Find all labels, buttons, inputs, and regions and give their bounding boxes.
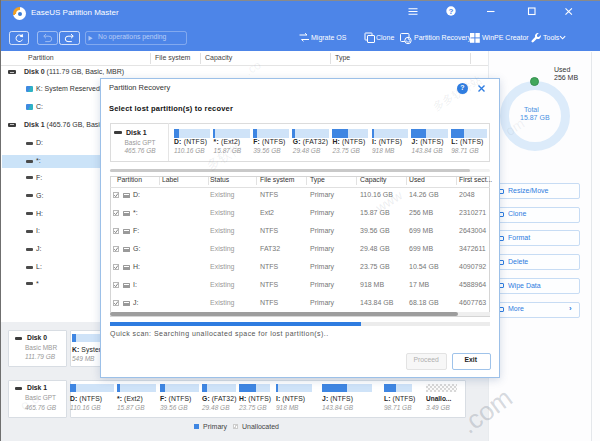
svg-text:?: ? (449, 7, 454, 16)
